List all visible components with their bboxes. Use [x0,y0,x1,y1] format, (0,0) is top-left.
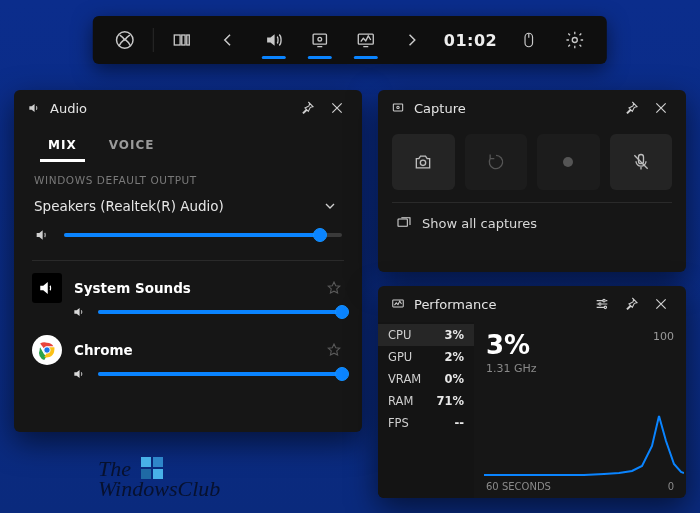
widgets-icon [172,30,192,50]
widgets-button[interactable] [160,18,204,62]
capture-buttons [378,126,686,202]
svg-point-18 [603,299,605,301]
app-volume-slider[interactable] [98,310,342,314]
metric-gpu[interactable]: GPU 2% [378,346,474,368]
performance-panel-header: Performance [378,286,686,322]
section-label: WINDOWS DEFAULT OUTPUT [14,162,362,190]
master-volume-row [14,224,362,254]
game-bar-topbar: 01:02 [93,16,607,64]
record-button[interactable] [537,134,600,190]
speaker-icon [26,100,42,116]
cpu-sparkline [484,386,684,476]
svg-point-8 [573,38,578,43]
gallery-icon [396,215,412,231]
app-row-chrome: Chrome [14,329,362,365]
show-all-captures-label: Show all captures [422,216,537,231]
chrome-icon [32,335,62,365]
performance-overlay-button[interactable] [344,18,388,62]
gear-icon [565,30,585,50]
app-name: Chrome [74,342,324,358]
capture-panel: Capture Show all captures [378,90,686,272]
svg-rect-12 [393,104,402,111]
metric-ram[interactable]: RAM 71% [378,390,474,412]
chart-ymax: 100 [653,330,674,343]
watermark-line2: WindowsClub [98,476,220,501]
chart-xlabel-right: 0 [668,481,674,492]
audio-panel-header: Audio [14,90,362,126]
pin-icon [623,100,639,116]
close-icon [653,100,669,116]
performance-sub-value: 1.31 GHz [486,362,674,375]
capture-icon [310,30,330,50]
audio-overlay-button[interactable] [252,18,296,62]
tab-voice[interactable]: VOICE [93,130,171,162]
pin-button[interactable] [616,93,646,123]
svg-rect-16 [398,219,407,226]
app-volume-row-system-sounds [14,303,362,329]
mic-toggle-button[interactable] [610,134,673,190]
svg-rect-1 [174,35,180,45]
performance-metric-list: CPU 3% GPU 2% VRAM 0% RAM 71% FPS -- [378,322,474,498]
nav-next-button[interactable] [390,18,434,62]
pin-icon [623,296,639,312]
xbox-icon [114,29,136,51]
nav-prev-button[interactable] [206,18,250,62]
app-name: System Sounds [74,280,324,296]
svg-rect-4 [313,34,326,44]
performance-icon [356,30,376,50]
pin-button[interactable] [292,93,322,123]
chevron-left-icon [219,31,237,49]
speaker-icon[interactable] [72,367,86,381]
speaker-app-icon [32,273,62,303]
performance-panel-title: Performance [414,297,588,312]
metric-vram[interactable]: VRAM 0% [378,368,474,390]
svg-rect-3 [187,35,190,45]
mouse-icon [520,30,538,50]
svg-point-13 [397,106,399,108]
record-last-button[interactable] [465,134,528,190]
favorite-button[interactable] [324,278,344,298]
close-icon [329,100,345,116]
favorite-button[interactable] [324,340,344,360]
tab-mix[interactable]: MIX [32,130,93,162]
svg-point-14 [421,160,426,165]
star-outline-icon [326,342,342,358]
speaker-icon[interactable] [72,305,86,319]
pin-button[interactable] [616,289,646,319]
pin-icon [299,100,315,116]
close-button[interactable] [322,93,352,123]
close-button[interactable] [646,93,676,123]
performance-big-value: 3% [486,330,674,360]
performance-panel: Performance CPU 3% GPU 2% VRAM 0% [378,286,686,498]
record-icon [563,157,573,167]
screenshot-button[interactable] [392,134,455,190]
output-device-row[interactable]: Speakers (Realtek(R) Audio) [14,190,362,224]
options-button[interactable] [588,289,616,319]
capture-panel-title: Capture [414,101,616,116]
performance-icon [390,296,406,312]
topbar-divider [153,28,154,52]
close-icon [653,296,669,312]
svg-point-20 [604,306,606,308]
device-dropdown-button[interactable] [318,194,342,218]
xbox-button[interactable] [103,18,147,62]
audio-panel: Audio MIX VOICE WINDOWS DEFAULT OUTPUT S… [14,90,362,432]
app-volume-slider[interactable] [98,372,342,376]
speaker-icon [264,30,284,50]
master-volume-slider[interactable] [64,233,342,237]
capture-overlay-button[interactable] [298,18,342,62]
speaker-icon[interactable] [34,226,52,244]
mic-off-icon [631,152,651,172]
metric-cpu[interactable]: CPU 3% [378,324,474,346]
chevron-right-icon [403,31,421,49]
chart-xlabel-left: 60 SECONDS [486,481,551,492]
metric-fps[interactable]: FPS -- [378,412,474,434]
svg-point-19 [599,303,601,305]
svg-point-5 [318,37,322,41]
performance-body: CPU 3% GPU 2% VRAM 0% RAM 71% FPS -- 3% … [378,322,686,498]
show-all-captures-button[interactable]: Show all captures [378,203,686,243]
settings-button[interactable] [553,18,597,62]
mouse-button[interactable] [507,18,551,62]
close-button[interactable] [646,289,676,319]
capture-icon [390,100,406,116]
